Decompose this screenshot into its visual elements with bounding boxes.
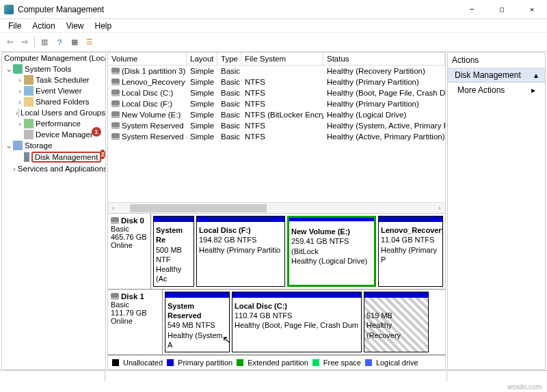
app-icon xyxy=(4,5,14,14)
legend-swatch-unallocated xyxy=(112,359,119,366)
navigation-tree[interactable]: Computer Management (Local ⌄System Tools… xyxy=(1,52,106,370)
close-button[interactable]: ✕ xyxy=(517,0,547,19)
disk1-part-system-reserved[interactable]: System Reserved549 MB NTFSHealthy (Syste… xyxy=(165,292,230,352)
tree-event-viewer[interactable]: ›Event Viewer xyxy=(2,85,105,96)
disk-row-1[interactable]: Disk 1 Basic111.79 GBOnline System Reser… xyxy=(108,290,445,355)
title-bar: Computer Management ─ □ ✕ xyxy=(0,0,547,19)
volume-row[interactable]: Local Disc (F:)SimpleBasicNTFSHealthy (P… xyxy=(108,98,445,109)
horizontal-scrollbar[interactable]: ‹ › xyxy=(108,202,445,213)
col-filesystem[interactable]: File System xyxy=(241,53,323,65)
menu-file[interactable]: File xyxy=(3,20,27,32)
actions-panel: Actions Disk Management▴ More Actions▸ xyxy=(447,52,546,370)
show-hide-tree-button[interactable]: ▥ xyxy=(38,36,51,49)
volume-row[interactable]: (Disk 1 partition 3)SimpleBasicHealthy (… xyxy=(108,66,445,76)
collapse-icon: ▴ xyxy=(534,70,538,80)
volume-row[interactable]: New Volume (E:)SimpleBasicNTFS (BitLocke… xyxy=(108,109,445,120)
col-layout[interactable]: Layout xyxy=(187,53,217,65)
disk0-part-system-reserved[interactable]: System Re500 MB NTFHealthy (Ac xyxy=(153,216,194,287)
tree-storage[interactable]: ⌄Storage xyxy=(2,140,105,151)
legend-swatch-primary xyxy=(167,359,174,366)
volume-row[interactable]: Local Disc (C:)SimpleBasicNTFSHealthy (B… xyxy=(108,87,445,98)
menu-help[interactable]: Help xyxy=(90,20,118,32)
disk0-label: Disk 0 Basic465.76 GBOnline xyxy=(108,214,151,289)
tree-root[interactable]: Computer Management (Local xyxy=(2,53,105,64)
menu-bar: File Action View Help xyxy=(0,19,547,33)
chevron-right-icon: ▸ xyxy=(531,85,535,95)
list-button[interactable]: ☰ xyxy=(83,36,96,49)
scroll-thumb[interactable] xyxy=(130,204,267,212)
legend: Unallocated Primary partition Extended p… xyxy=(108,355,445,369)
disk0-part-lenovo-recovery[interactable]: Lenovo_Recovery11.04 GB NTFSHealthy (Pri… xyxy=(378,216,443,287)
menu-action[interactable]: Action xyxy=(27,20,60,32)
tree-disk-management[interactable]: Disk Management2 xyxy=(2,151,105,163)
center-panel: Volume Layout Type File System Status (D… xyxy=(107,52,446,370)
disk1-label: Disk 1 Basic111.79 GBOnline xyxy=(108,290,163,354)
tree-performance[interactable]: ›Performance xyxy=(2,118,105,129)
disk-icon xyxy=(111,293,119,300)
col-type[interactable]: Type xyxy=(217,53,241,65)
tree-system-tools[interactable]: ⌄System Tools xyxy=(2,64,105,74)
callout-badge-2: 2 xyxy=(100,150,105,159)
maximize-button[interactable]: □ xyxy=(487,0,517,19)
disk1-part-local-disc-c[interactable]: Local Disc (C:)110.74 GB NTFSHealthy (Bo… xyxy=(232,292,362,352)
window-title: Computer Management xyxy=(18,5,457,14)
disk-icon xyxy=(111,217,119,224)
help-button[interactable]: ? xyxy=(53,36,66,49)
legend-swatch-free xyxy=(312,359,319,366)
tree-shared-folders[interactable]: ›Shared Folders xyxy=(2,96,105,107)
status-bar xyxy=(0,370,547,381)
scroll-right-icon[interactable]: › xyxy=(434,204,445,212)
tree-device-manager[interactable]: Device Manager1 xyxy=(2,129,105,140)
minimize-button[interactable]: ─ xyxy=(457,0,487,19)
menu-view[interactable]: View xyxy=(61,20,90,32)
back-button[interactable]: ⇦ xyxy=(3,36,16,49)
callout-badge-1: 1 xyxy=(92,127,101,137)
col-status[interactable]: Status xyxy=(323,53,445,65)
volume-row[interactable]: System ReservedSimpleBasicNTFSHealthy (S… xyxy=(108,120,445,131)
col-volume[interactable]: Volume xyxy=(108,53,187,65)
actions-more[interactable]: More Actions▸ xyxy=(448,83,545,98)
tree-task-scheduler[interactable]: ›Task Scheduler xyxy=(2,74,105,85)
actions-header: Actions xyxy=(448,53,545,68)
tree-local-users[interactable]: ›Local Users and Groups xyxy=(2,107,105,118)
watermark: wsxdn.com xyxy=(507,383,542,391)
volume-row[interactable]: Lenovo_Recovery (G:)SimpleBasicNTFSHealt… xyxy=(108,76,445,87)
disk0-part-local-disc-f[interactable]: Local Disc (F:)194.82 GB NTFSHealthy (Pr… xyxy=(196,216,285,287)
forward-button[interactable]: ⇨ xyxy=(18,36,31,49)
legend-swatch-logical xyxy=(365,359,372,366)
volume-row[interactable]: System Reserved (D:)SimpleBasicNTFSHealt… xyxy=(108,131,445,142)
actions-group-disk-management[interactable]: Disk Management▴ xyxy=(448,68,545,83)
disk-row-0[interactable]: Disk 0 Basic465.76 GBOnline System Re500… xyxy=(108,214,445,290)
toolbar: ⇦ ⇨ ▥ ? ▦ ☰ xyxy=(0,33,547,52)
disk-graphic-panel[interactable]: Disk 0 Basic465.76 GBOnline System Re500… xyxy=(108,213,445,355)
disk0-part-new-volume-e[interactable]: New Volume (E:)259.41 GB NTFS (BitLockHe… xyxy=(287,216,376,287)
tree-services-apps[interactable]: ›Services and Applications xyxy=(2,163,105,174)
refresh-button[interactable]: ▦ xyxy=(68,36,81,49)
disk1-part-recovery[interactable]: 519 MBHealthy (Recovery xyxy=(364,292,429,352)
legend-swatch-extended xyxy=(237,359,243,366)
volume-list-header[interactable]: Volume Layout Type File System Status xyxy=(108,53,445,66)
scroll-left-icon[interactable]: ‹ xyxy=(108,204,119,212)
volume-list[interactable]: Volume Layout Type File System Status (D… xyxy=(108,53,445,213)
